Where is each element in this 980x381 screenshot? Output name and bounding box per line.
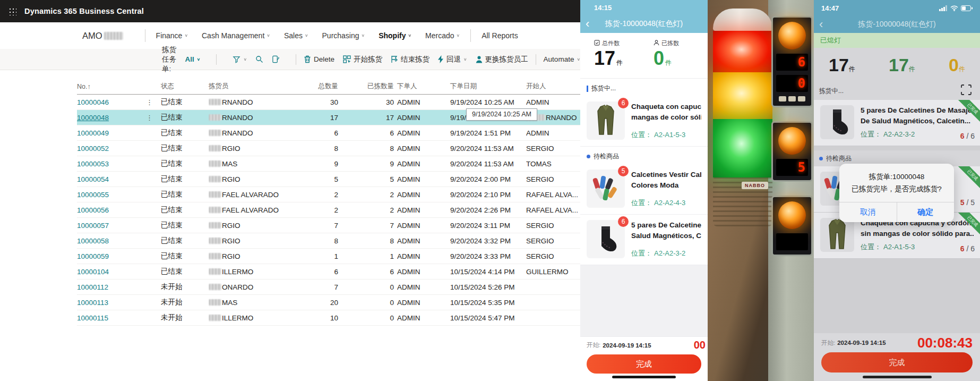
complete-button[interactable]: 完成 <box>821 352 973 372</box>
product-card[interactable]: 6Chaqueta con capucha y co mangas de col… <box>580 96 708 147</box>
total-qty-cell: 1 <box>303 252 341 260</box>
confirm-button[interactable]: 确定 <box>897 202 955 222</box>
total-qty-cell: 5 <box>303 175 341 183</box>
table-row[interactable]: 10000046⋮已结束RNANDO3030ADMIN9/19/2024 10:… <box>77 95 580 110</box>
action-toolbar: 拣货任务单: All∨ ∨ Delete开始拣货结束拣货回退∨更换拣货员工 Au… <box>0 49 580 70</box>
automate-dropdown[interactable]: Automate∨ <box>544 55 580 63</box>
nav-bar: ‹ 拣货-10000048(红色灯) <box>814 16 980 33</box>
dialog-title: 拣货单:10000048 <box>839 172 954 182</box>
record-number-link[interactable]: 10000049 <box>77 129 146 137</box>
table-row[interactable]: 10000104已结束ILLERMO66ADMIN10/15/2024 4:14… <box>77 264 580 280</box>
filter-button[interactable]: ∨ <box>233 55 247 63</box>
record-number-link[interactable]: 10000053 <box>77 160 146 168</box>
column-header: 下单人 <box>397 82 450 91</box>
order-date-cell: 10/15/2024 5:26 PM <box>450 283 526 291</box>
table-row[interactable]: 10000057已结束RGIO77ADMIN9/20/2024 3:11 PMS… <box>77 218 580 233</box>
section-marker <box>819 157 823 160</box>
complete-button[interactable]: 完成 <box>587 354 701 374</box>
search-button[interactable] <box>255 55 263 63</box>
company-name[interactable]: AMO <box>82 31 124 41</box>
module-button[interactable] <box>798 96 805 101</box>
redacted-text <box>209 114 221 121</box>
row-menu-icon[interactable]: ⋮ <box>146 98 161 106</box>
record-number-link[interactable]: 10000104 <box>77 268 146 276</box>
location-label: 位置： <box>861 242 881 252</box>
stat-unit: 件 <box>665 59 672 66</box>
redacted-text <box>209 207 221 213</box>
location-label: 位置： <box>861 130 881 139</box>
table-row[interactable]: 10000059已结束RGIO11ADMIN9/20/2024 3:33 PMS… <box>77 249 580 264</box>
record-number-link[interactable]: 10000048 <box>77 114 146 122</box>
table-row[interactable]: 10000049已结束RNANDO66ADMIN9/19/2024 1:51 P… <box>77 125 580 141</box>
action-person-button[interactable]: 更换拣货员工 <box>476 55 528 64</box>
record-number-link[interactable]: 10000055 <box>77 191 146 199</box>
orderer-cell: ADMIN <box>397 299 450 307</box>
orderer-cell: ADMIN <box>397 160 450 168</box>
table-row[interactable]: 10000055已结束FAEL ALVARADO22ADMIN9/20/2024… <box>77 187 580 202</box>
chevron-down-icon: ∨ <box>408 33 412 38</box>
order-date-cell: 9/19/2024 1:51 PM <box>450 129 526 137</box>
table-row[interactable]: 10000058已结束RGIO88ADMIN9/20/2024 3:32 PMS… <box>77 233 580 249</box>
module-button[interactable] <box>779 96 786 101</box>
record-number-link[interactable]: 10000112 <box>77 283 146 291</box>
nav-item-shopify[interactable]: Shopify∨ <box>379 31 411 40</box>
record-number-link[interactable]: 10000059 <box>77 252 146 260</box>
app-launcher-icon[interactable] <box>8 7 16 15</box>
qty-badge: 5 <box>618 166 629 176</box>
picker-cell: RGIO <box>209 145 303 153</box>
completed-ribbon: 已完成 <box>958 166 980 189</box>
nav-item-purchasing[interactable]: Purchasing∨ <box>322 31 365 40</box>
orderer-cell: ADMIN <box>397 283 450 291</box>
led-digit-display: 0 <box>776 75 808 92</box>
check-square-icon <box>594 40 600 47</box>
record-number-link[interactable]: 10000054 <box>77 175 146 183</box>
picker-cell: MAS <box>209 299 303 307</box>
nav-item-sales[interactable]: Sales∨ <box>284 31 308 40</box>
picked-qty-cell: 17 <box>341 114 397 122</box>
record-number-link[interactable]: 10000115 <box>77 314 146 322</box>
record-number-link[interactable]: 10000057 <box>77 222 146 230</box>
scan-icon[interactable] <box>960 83 973 98</box>
edit-list-button[interactable] <box>272 55 280 63</box>
nav-item-label: Cash Management <box>202 31 264 40</box>
page-title: 拣货-10000048(红色灯) <box>580 19 708 29</box>
record-number-link[interactable]: 10000113 <box>77 299 146 307</box>
business-central-window: Dynamics 365 Business Central AMO Financ… <box>0 0 580 381</box>
product-card[interactable]: 已完成5 pares De Calcetines De Masaje De Sa… <box>814 100 980 146</box>
table-row[interactable]: 10000054已结束RGIO55ADMIN9/20/2024 2:00 PMS… <box>77 172 580 187</box>
picker-name: RGIO <box>222 237 240 245</box>
action-flag-button[interactable]: 结束拣货 <box>391 55 429 64</box>
nav-item-cash-management[interactable]: Cash Management∨ <box>202 31 270 40</box>
filter-all-dropdown[interactable]: All∨ <box>185 55 201 63</box>
module-button[interactable] <box>788 96 796 101</box>
table-row[interactable]: 10000056已结束FAEL ALVARADO22ADMIN9/20/2024… <box>77 202 580 218</box>
row-menu-icon[interactable]: ⋮ <box>146 114 161 122</box>
product-card[interactable]: 5Calcetines Vestir Caballero Colores Mod… <box>580 164 708 215</box>
action-trash-button[interactable]: Delete <box>304 55 334 63</box>
table-row[interactable]: 10000112未开始ONARDO70ADMIN10/15/2024 5:26 … <box>77 280 580 295</box>
action-bolt-button[interactable]: 回退∨ <box>438 55 467 64</box>
picker-name: RNANDO <box>222 114 253 122</box>
record-number-link[interactable]: 10000046 <box>77 98 146 106</box>
stat-unit: 件 <box>959 65 965 73</box>
date-tooltip: 9/19/2024 10:25 AM <box>466 108 537 121</box>
section-gap <box>814 146 980 150</box>
section-marker <box>587 155 590 158</box>
starter-cell: SERGIO <box>526 145 580 153</box>
table-row[interactable]: 10000053已结束MAS99ADMIN9/20/2024 11:53 AMT… <box>77 156 580 172</box>
action-label: 结束拣货 <box>401 55 429 64</box>
record-number-link[interactable]: 10000058 <box>77 237 146 245</box>
table-body: 10000046⋮已结束RNANDO3030ADMIN9/19/2024 10:… <box>77 95 580 326</box>
table-row[interactable]: 10000113未开始MAS200ADMIN10/15/2024 5:35 PM <box>77 295 580 310</box>
nav-item-finance[interactable]: Finance∨ <box>156 31 188 40</box>
action-grid-button[interactable]: 开始拣货 <box>343 55 382 64</box>
table-row[interactable]: 10000052已结束RGIO88ADMIN9/20/2024 11:53 AM… <box>77 141 580 156</box>
product-card[interactable]: 65 pares De Calcetines De M Salud Magnét… <box>580 215 708 265</box>
cancel-button[interactable]: 取消 <box>839 202 897 222</box>
record-number-link[interactable]: 10000056 <box>77 206 146 214</box>
record-number-link[interactable]: 10000052 <box>77 145 146 153</box>
table-row[interactable]: 10000115未开始ILLERMO100ADMIN10/15/2024 5:4… <box>77 310 580 326</box>
nav-item-mercado[interactable]: Mercado∨ <box>425 31 460 40</box>
redacted-text <box>209 99 221 105</box>
nav-item-all-reports[interactable]: All Reports <box>482 31 518 40</box>
